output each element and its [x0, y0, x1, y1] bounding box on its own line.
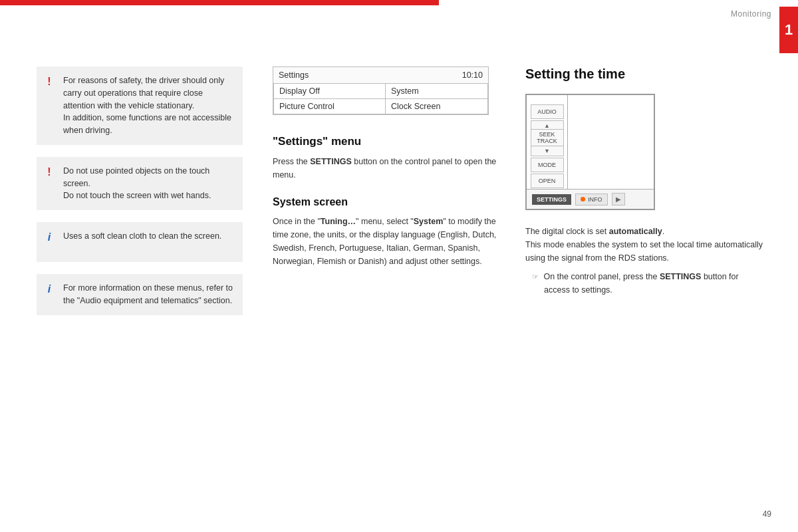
warning-boxes: ! For reasons of safety, the driver shou… [37, 66, 243, 315]
info-text-2: For more information on these menus, ref… [63, 282, 235, 307]
table-cell-system: System [386, 84, 488, 99]
settings-instruction-para: ☞ On the control panel, press the SETTIN… [532, 270, 765, 297]
table-row: Display Off System [274, 84, 488, 99]
audio-button: AUDIO [531, 104, 564, 119]
automatically-bold: automatically [609, 227, 662, 236]
settings-bold: SETTINGS [310, 157, 352, 166]
dot-indicator [581, 197, 585, 201]
settings-header-right: 10:10 [462, 70, 483, 80]
seek-track-label: SEEKTRACK [531, 129, 564, 146]
page-number: 49 [763, 509, 771, 519]
device-bottom-bar: SETTINGS INFO ▶ [527, 189, 654, 209]
tuning-bold: Tuning… [321, 217, 356, 226]
system-bold: System [414, 217, 443, 226]
info-icon-2: i [42, 283, 57, 295]
open-button: OPEN [531, 174, 564, 188]
right-section-text: The digital clock is set automatically. … [525, 225, 765, 297]
mode-button: MODE [531, 158, 564, 172]
warning-box-1: ! For reasons of safety, the driver shou… [37, 66, 243, 145]
table-cell-picture-control: Picture Control [274, 99, 386, 114]
seek-up-arrow: ▲ [544, 122, 550, 129]
auto-clock-para: The digital clock is set automatically. … [525, 225, 765, 265]
seek-track-button: ▲ SEEKTRACK ▼ [531, 120, 564, 156]
system-screen-title: System screen [273, 196, 499, 208]
header-monitoring: Monitoring [731, 9, 771, 19]
top-red-bar [0, 0, 439, 5]
info-text-1: Uses a soft clean cloth to clean the scr… [63, 230, 221, 243]
info-box-1: i Uses a soft clean cloth to clean the s… [37, 222, 243, 262]
arrow-symbol: ☞ [532, 273, 539, 281]
table-row: Picture Control Clock Screen [274, 99, 488, 114]
warning-icon-1: ! [42, 76, 57, 88]
warning-text-1: For reasons of safety, the driver should… [63, 74, 235, 137]
settings-active-button: SETTINGS [532, 194, 571, 205]
settings-menu-title: "Settings" menu [273, 135, 499, 148]
right-arrow-button: ▶ [612, 193, 625, 205]
center-column: Settings 10:10 Display Off System Pictur… [273, 66, 499, 281]
info-icon-1: i [42, 231, 57, 243]
device-illustration: AUDIO ▲ SEEKTRACK ▼ MODE OPEN SETTINGS I… [525, 94, 655, 210]
settings-menu-text: Press the SETTINGS button on the control… [273, 155, 499, 182]
system-screen-text: Once in the "Tuning…" menu, select "Syst… [273, 215, 499, 268]
warning-text-2: Do not use pointed objects on the touch … [63, 165, 235, 202]
table-cell-clock-screen: Clock Screen [386, 99, 488, 114]
chapter-number: 1 [785, 21, 793, 39]
settings-table-header: Settings 10:10 [273, 67, 488, 84]
table-cell-display-off: Display Off [274, 84, 386, 99]
right-column: Setting the time AUDIO ▲ SEEKTRACK ▼ MOD… [525, 66, 765, 297]
settings-header-left: Settings [279, 70, 309, 80]
info-label: INFO [588, 196, 602, 203]
settings-table: Settings 10:10 Display Off System Pictur… [273, 66, 489, 115]
settings-table-inner: Display Off System Picture Control Clock… [273, 84, 488, 114]
setting-time-title: Setting the time [525, 66, 765, 82]
settings-menu-section: "Settings" menu Press the SETTINGS butto… [273, 135, 499, 182]
warning-icon-2: ! [42, 166, 57, 178]
settings-bold-right: SETTINGS [660, 272, 702, 281]
system-screen-section: System screen Once in the "Tuning…" menu… [273, 196, 499, 268]
chapter-tab: 1 [779, 7, 798, 53]
seek-down-arrow: ▼ [544, 148, 550, 154]
info-box-2: i For more information on these menus, r… [37, 274, 243, 315]
warning-box-2: ! Do not use pointed objects on the touc… [37, 157, 243, 210]
info-button: INFO [575, 194, 608, 205]
